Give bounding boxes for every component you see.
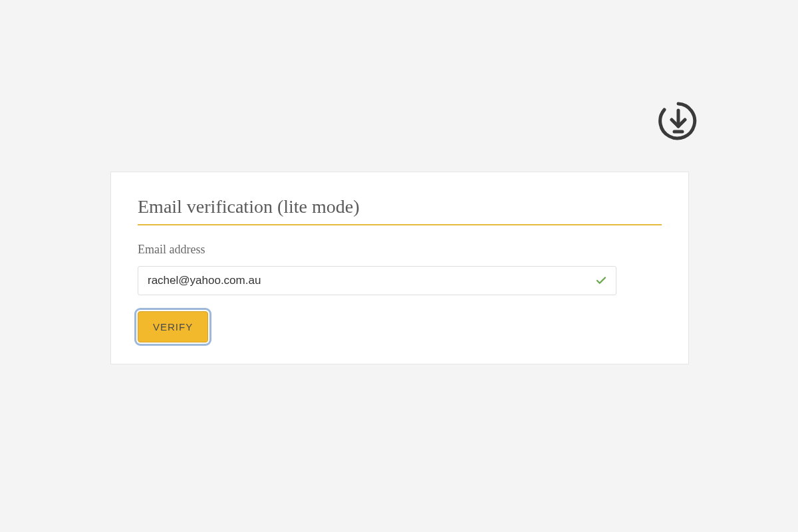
email-field-label: Email address (138, 243, 662, 257)
email-verification-panel: Email verification (lite mode) Email add… (110, 172, 689, 364)
download-icon[interactable] (657, 100, 700, 142)
check-icon (595, 275, 607, 287)
email-input-wrapper (138, 266, 616, 295)
email-input[interactable] (138, 266, 616, 295)
verify-button[interactable]: VERIFY (138, 311, 208, 342)
panel-title: Email verification (lite mode) (138, 196, 662, 225)
